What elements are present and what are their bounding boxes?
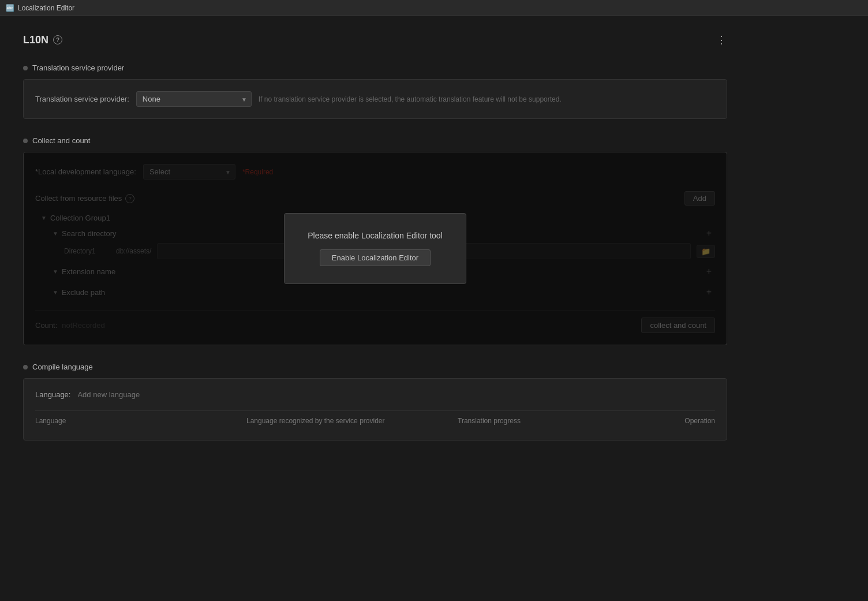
section-dot xyxy=(23,66,28,70)
modal-overlay: Please enable Localization Editor tool E… xyxy=(24,152,727,345)
main-content: L10N ? ⋮ Translation service provider Tr… xyxy=(0,16,750,475)
page-title: L10N ? xyxy=(23,34,62,46)
add-language-input[interactable] xyxy=(77,390,174,399)
modal-text: Please enable Localization Editor tool xyxy=(308,231,443,240)
translation-provider-label: Translation service provider: xyxy=(35,95,129,103)
col-language: Language xyxy=(35,417,246,425)
enable-localization-button[interactable]: Enable Localization Editor xyxy=(320,249,431,266)
translation-provider-select-wrapper: None Google Translate DeepL ▼ xyxy=(136,91,252,107)
more-menu-icon[interactable]: ⋮ xyxy=(716,33,727,46)
translation-service-header: Translation service provider xyxy=(23,64,727,72)
col-provider: Language recognized by the service provi… xyxy=(246,417,458,425)
translation-service-section: Translation service provider Translation… xyxy=(23,64,727,119)
col-operation: Operation xyxy=(669,417,715,425)
compile-language-body: Language: Language Language recognized b… xyxy=(23,378,727,441)
col-progress: Translation progress xyxy=(458,417,669,425)
section-dot-2 xyxy=(23,139,28,143)
section-dot-3 xyxy=(23,365,28,369)
translation-service-body: Translation service provider: None Googl… xyxy=(23,79,727,119)
app-title: 🔤 Localization Editor xyxy=(6,4,74,12)
language-label: Language: xyxy=(35,390,70,399)
collect-count-header: Collect and count xyxy=(23,136,727,145)
app-icon: 🔤 xyxy=(6,4,14,12)
language-form-row: Language: xyxy=(35,390,715,399)
collect-count-body: *Local development language: Select ▼ *R… xyxy=(23,152,727,345)
table-header: Language Language recognized by the serv… xyxy=(35,410,715,428)
translation-provider-select[interactable]: None Google Translate DeepL xyxy=(136,91,252,107)
collect-count-section: Collect and count *Local development lan… xyxy=(23,136,727,345)
page-title-row: L10N ? ⋮ xyxy=(23,33,727,46)
help-icon[interactable]: ? xyxy=(53,35,62,44)
translation-provider-row: Translation service provider: None Googl… xyxy=(35,91,715,107)
modal-box: Please enable Localization Editor tool E… xyxy=(284,213,466,284)
top-bar: 🔤 Localization Editor xyxy=(0,0,868,16)
translation-provider-note: If no translation service provider is se… xyxy=(259,95,715,103)
compile-language-section: Compile language Language: Language Lang… xyxy=(23,363,727,441)
compile-language-header: Compile language xyxy=(23,363,727,371)
